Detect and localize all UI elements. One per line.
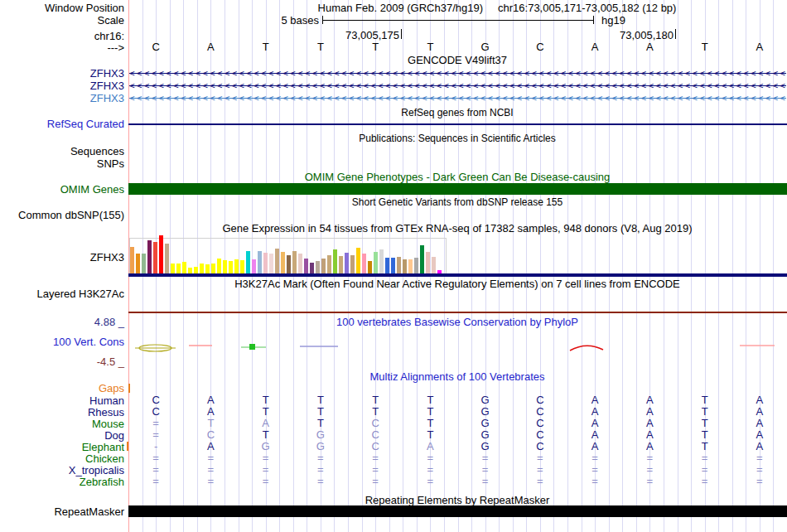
alignment-base: = [350, 476, 400, 487]
alignment-base: C [515, 441, 565, 452]
alignment-base: = [625, 464, 674, 476]
alignment-base: T [680, 441, 730, 452]
alignment-base: C [131, 406, 181, 418]
alignment-base: C [515, 418, 565, 429]
alignment-base: T [405, 418, 455, 429]
alignment-base: = [241, 452, 291, 464]
species-label-chicken: Chicken [0, 453, 124, 464]
alignment-base: = [515, 476, 565, 487]
alignment-base: = [735, 452, 785, 464]
species-label-rhesus: Rhesus [0, 407, 124, 418]
alignment-base: = [405, 464, 455, 476]
species-label-human: Human [0, 395, 124, 406]
alignment-base: = [241, 464, 291, 476]
alignment-base: C [131, 394, 181, 406]
species-label-zebrafish: Zebrafish [0, 476, 124, 487]
alignment-base: = [186, 464, 235, 476]
alignment-base: G [241, 441, 291, 452]
alignment-base: T [296, 418, 345, 429]
alignment-base: = [625, 452, 674, 464]
alignment-base: C [350, 418, 400, 429]
gaps-tick [128, 384, 130, 393]
alignment-row-zebrafish[interactable]: ============ [128, 476, 787, 487]
alignment-base: C [515, 394, 565, 406]
alignment-row-x_tropicalis[interactable]: ============ [128, 464, 787, 476]
alignment-base: = [680, 452, 730, 464]
alignment-base: = [405, 452, 455, 464]
alignment-base: = [296, 464, 345, 476]
alignment-base: G [461, 429, 510, 441]
alignment-base: = [680, 476, 730, 487]
alignment-base: A [625, 429, 674, 441]
alignment-base: = [131, 418, 181, 429]
alignment-base: A [570, 394, 620, 406]
alignment-base: = [131, 429, 181, 441]
alignment-base: = [570, 476, 620, 487]
alignment-base: = [296, 452, 345, 464]
alignment-base: C [350, 429, 400, 441]
species-label-mouse: Mouse [0, 418, 124, 429]
alignment-base: T [680, 429, 730, 441]
alignment-base: = [186, 452, 235, 464]
repeatmasker-label: RepeatMasker [0, 506, 124, 517]
alignment-base: A [186, 394, 235, 406]
alignment-base: A [570, 418, 620, 429]
genome-browser-canvas: Window Position Human Feb. 2009 (GRCh37/… [0, 0, 787, 532]
alignment-base: T [405, 406, 455, 418]
repeatmasker-title: Repeating Elements by RepeatMasker [365, 495, 550, 505]
alignment-base: A [625, 418, 674, 429]
alignment-base: A [186, 441, 235, 452]
alignment-base: = [735, 476, 785, 487]
alignment-base: = [570, 452, 620, 464]
alignment-base: C [515, 406, 565, 418]
alignment-base: G [461, 406, 510, 418]
alignment-base: G [296, 429, 345, 441]
alignment-base: = [680, 464, 730, 476]
alignment-base: G [461, 418, 510, 429]
alignment-base: T [405, 429, 455, 441]
alignment-base: = [296, 476, 345, 487]
alignment-base: T [241, 429, 291, 441]
alignment-base: - [131, 441, 181, 452]
alignment-base: = [350, 452, 400, 464]
alignment-base: T [241, 406, 291, 418]
alignment-base: G [296, 441, 345, 452]
alignment-row-mouse[interactable]: =TATCTGCAATA [128, 418, 787, 429]
alignment-base: = [131, 464, 181, 476]
alignment-base: = [515, 452, 565, 464]
alignment-base: T [350, 406, 400, 418]
alignment-base: T [186, 418, 235, 429]
alignment-base: T [296, 394, 345, 406]
alignment-base: A [186, 406, 235, 418]
repeatmasker-bar[interactable] [128, 505, 787, 517]
alignment-base: = [131, 452, 181, 464]
alignment-base: A [570, 441, 620, 452]
alignment-base: = [515, 464, 565, 476]
alignment-base: C [186, 429, 235, 441]
species-label-dog: Dog [0, 430, 124, 441]
alignment-row-chicken[interactable]: ============ [128, 452, 787, 464]
species-label-elephant: Elephant [0, 442, 124, 452]
alignment-base: = [735, 464, 785, 476]
alignment-base: A [735, 429, 785, 441]
alignment-row-human[interactable]: CATTTTGCAATA [128, 394, 787, 406]
alignment-base: G [461, 441, 510, 452]
alignment-base: T [680, 418, 730, 429]
species-label-x_tropicalis: X_tropicalis [0, 465, 124, 476]
alignment-base: A [625, 394, 674, 406]
alignment-base: = [350, 464, 400, 476]
alignment-base: T [680, 406, 730, 418]
alignment-base: A [570, 406, 620, 418]
alignment-base: = [625, 476, 674, 487]
alignment-base: T [296, 406, 345, 418]
alignment-row-elephant[interactable]: -AGGCAGCAATA [128, 441, 787, 452]
multiz-title: Multiz Alignments of 100 Vertebrates [369, 371, 544, 382]
alignment-base: A [405, 441, 455, 452]
alignment-base: T [405, 394, 455, 406]
alignment-base: = [405, 476, 455, 487]
alignment-row-dog[interactable]: =CTGCTGCAATA [128, 429, 787, 441]
alignment-base: = [241, 476, 291, 487]
alignment-base: A [241, 418, 291, 429]
alignment-base: = [186, 476, 235, 487]
alignment-row-rhesus[interactable]: CATTTTGCAATA [128, 406, 787, 418]
